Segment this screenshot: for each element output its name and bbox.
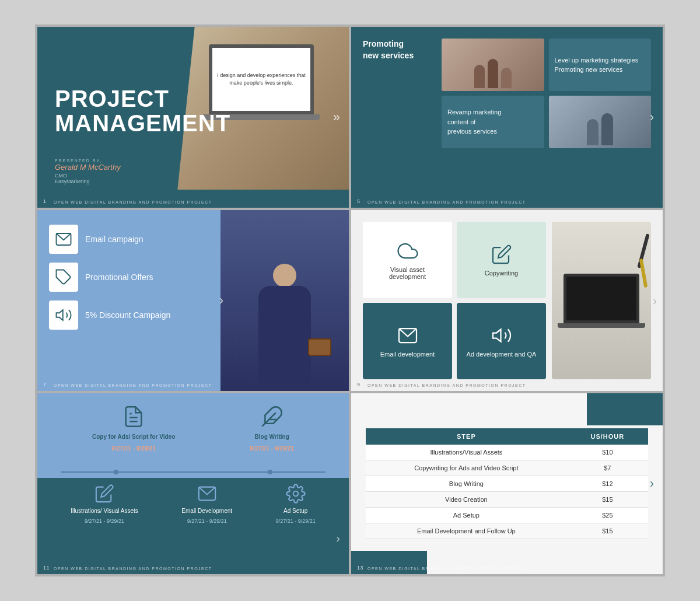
pricing-row-6: Email Development and Follow Up $15 xyxy=(366,523,648,539)
adsetup-date: 9/27/21 - 9/29/21 xyxy=(276,518,316,524)
blog-date: 9/27/21 - 9/29/21 xyxy=(250,445,294,452)
tag-icon xyxy=(55,268,72,286)
service-card-email-dev: Email development xyxy=(363,303,452,379)
presenter-name: Gerald M McCarthy xyxy=(55,163,331,172)
slide-11: Copy for Ads/ Script for Video 9/27/21 -… xyxy=(37,393,349,574)
double-arrow-icon[interactable]: » xyxy=(333,110,340,125)
megaphone-icon-box xyxy=(49,300,78,330)
email-campaign-label: Email campaign xyxy=(85,235,144,244)
cloud-icon xyxy=(397,240,418,261)
slide7-arrow-icon[interactable]: › xyxy=(219,293,223,308)
email-dev-timeline-icon xyxy=(197,484,217,504)
slide-footer-13: OPEN WEB DIGITAL BRANDING AND PROMOTION … xyxy=(368,567,526,571)
slide-1-title: PROJECT MANAGEMENT xyxy=(55,86,331,135)
presented-by-label: PRESENTED BY, xyxy=(55,159,331,163)
pricing-step-2: Copywriting for Ads and Video Script xyxy=(366,460,567,476)
slide-5: Promoting new services Level up marketin xyxy=(351,27,663,208)
slide-number-9: 9 xyxy=(357,382,360,387)
service-card-copy: Copywriting xyxy=(457,222,546,298)
service-item-promo: Promotional Offers xyxy=(49,263,209,292)
promotional-offers-label: Promotional Offers xyxy=(85,272,153,282)
slide-1: I design and develop experiences that ma… xyxy=(37,27,349,208)
laptop-text: I design and develop experiences that ma… xyxy=(217,72,306,86)
slide-number-1: 1 xyxy=(43,198,47,204)
service-card-ad-dev: Ad development and QA xyxy=(457,303,546,379)
slide-footer-1: OPEN WEB DIGITAL BRANDING AND PROMOTION … xyxy=(54,200,212,204)
email-dev-label-b: Email Development xyxy=(181,507,232,515)
megaphone-icon xyxy=(55,306,72,324)
timeline-item-copy: Copy for Ads/ Script for Video 9/27/21 -… xyxy=(92,405,175,452)
adsetup-label: Ad Setup xyxy=(284,507,307,515)
level-up-text-panel: Level up marketing strategies Promoting … xyxy=(549,39,652,91)
slide-13: STEP US/HOUR Illustrations/Visual Assets… xyxy=(351,393,663,574)
visual-asset-label: Visual asset development xyxy=(372,266,443,280)
pricing-rate-4: $15 xyxy=(567,492,648,508)
gear-icon xyxy=(286,484,306,504)
revamp-text-panel: Revamp marketing content of previous ser… xyxy=(442,96,544,148)
slide11-bottom: Illustrations/ Visual Assets 9/27/21 - 9… xyxy=(37,478,349,574)
photo-team-meeting xyxy=(442,39,544,91)
email-dev-date: 9/27/21 - 9/29/21 xyxy=(187,518,227,524)
blog-label: Blog Writing xyxy=(255,433,289,441)
pricing-rate-2: $7 xyxy=(567,460,648,476)
slide9-arrow-icon[interactable]: › xyxy=(653,294,657,308)
slide13-arrow-icon[interactable]: › xyxy=(650,476,654,491)
slide9-laptop-photo xyxy=(552,222,651,379)
slide13-teal-corner-bottom xyxy=(351,551,427,574)
svg-point-8 xyxy=(293,491,298,497)
document-icon xyxy=(122,405,145,428)
pricing-row-2: Copywriting for Ads and Video Script $7 xyxy=(366,460,648,476)
slide7-left-panel: Email campaign Promotional Offers xyxy=(37,210,220,391)
illustrations-label: Illustrations/ Visual Assets xyxy=(71,507,138,515)
slide5-arrow-icon[interactable]: › xyxy=(650,110,654,125)
copy-date: 9/27/21 - 9/29/21 xyxy=(111,445,156,452)
service-card-visual: Visual asset development xyxy=(363,222,452,298)
pencil-icon xyxy=(491,244,512,265)
photo-team-work xyxy=(549,96,652,148)
timeline-bottom-adsetup: Ad Setup 9/27/21 - 9/29/21 xyxy=(276,484,316,524)
pencil-alt-icon xyxy=(94,484,114,504)
slide-number-13: 13 xyxy=(357,565,363,571)
services-grid: Visual asset development Copywriting Ema… xyxy=(363,222,546,379)
pricing-step-6: Email Development and Follow Up xyxy=(366,523,567,539)
pricing-row-5: Ad Setup $25 xyxy=(366,508,648,523)
copy-label: Copy for Ads/ Script for Video xyxy=(92,433,175,441)
revamp-text: Revamp marketing content of previous ser… xyxy=(447,107,501,137)
title-line1: PROJECT xyxy=(55,86,331,111)
presenter-title: CMO EasyMarketing xyxy=(55,173,331,184)
pricing-step-4: Video Creation xyxy=(366,492,567,508)
title-line2: MANAGEMENT xyxy=(55,111,331,135)
center-text: Level up marketing strategies Promoting … xyxy=(555,55,646,75)
pricing-rate-3: $12 xyxy=(567,476,648,492)
email-dev-label: Email development xyxy=(380,351,435,358)
slide11-top: Copy for Ads/ Script for Video 9/27/21 -… xyxy=(37,393,349,466)
slide-9: Visual asset development Copywriting Ema… xyxy=(351,210,663,391)
slide11-arrow-icon[interactable]: › xyxy=(336,532,340,545)
slide7-person-photo xyxy=(220,210,349,391)
presenter-title-text: CMO xyxy=(55,173,331,179)
email-dev-icon xyxy=(397,325,418,346)
discount-campaign-label: 5% Discount Campaign xyxy=(85,310,170,320)
timeline-item-blog: Blog Writing 9/27/21 - 9/29/21 xyxy=(250,405,294,452)
promoting-title: Promoting new services xyxy=(363,39,433,61)
pricing-step-1: Illustrations/Visual Assets xyxy=(366,445,567,460)
email-icon-box xyxy=(49,225,78,254)
ad-dev-label: Ad development and QA xyxy=(467,351,537,358)
slide-footer-9: OPEN WEB DIGITAL BRANDING AND PROMOTION … xyxy=(368,383,526,387)
presenter-company: EasyMarketing xyxy=(55,179,331,184)
slide-footer-11: OPEN WEB DIGITAL BRANDING AND PROMOTION … xyxy=(54,567,212,571)
pricing-header-step: STEP xyxy=(366,428,567,445)
feather-icon xyxy=(260,405,284,428)
email-icon xyxy=(55,230,72,248)
pricing-rate-5: $25 xyxy=(567,508,648,523)
slide-number-11: 11 xyxy=(43,565,50,571)
pricing-rate-6: $15 xyxy=(567,523,648,539)
pricing-table: STEP US/HOUR Illustrations/Visual Assets… xyxy=(366,428,648,539)
illustrations-date: 9/27/21 - 9/29/21 xyxy=(85,518,124,524)
slide-footer-5: OPEN WEB DIGITAL BRANDING AND PROMOTION … xyxy=(368,200,526,204)
slide-7: Email campaign Promotional Offers xyxy=(37,210,349,391)
service-item-email: Email campaign xyxy=(49,225,209,254)
pricing-step-3: Blog Writing xyxy=(366,476,567,492)
pricing-rate-1: $10 xyxy=(567,445,648,460)
tag-icon-box xyxy=(49,263,78,292)
